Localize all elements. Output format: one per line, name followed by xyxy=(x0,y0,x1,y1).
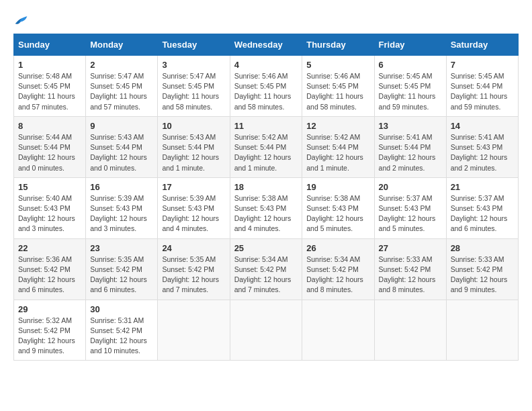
day-number: 17 xyxy=(162,182,225,192)
calendar-day-cell: 9 Sunrise: 5:43 AM Sunset: 5:44 PM Dayli… xyxy=(86,116,158,177)
calendar-day-cell: 7 Sunrise: 5:45 AM Sunset: 5:44 PM Dayli… xyxy=(446,56,518,117)
day-number: 28 xyxy=(451,243,514,253)
calendar-table: SundayMondayTuesdayWednesdayThursdayFrid… xyxy=(13,34,519,361)
calendar-day-cell: 15 Sunrise: 5:40 AM Sunset: 5:43 PM Dayl… xyxy=(14,177,86,238)
day-of-week-header: Monday xyxy=(86,34,158,56)
logo-bird-icon xyxy=(15,13,28,27)
calendar-week-row: 22 Sunrise: 5:36 AM Sunset: 5:42 PM Dayl… xyxy=(14,238,519,300)
calendar-day-cell: 3 Sunrise: 5:47 AM Sunset: 5:45 PM Dayli… xyxy=(158,56,230,117)
day-of-week-header: Sunday xyxy=(14,34,86,56)
day-info: Sunrise: 5:43 AM Sunset: 5:44 PM Dayligh… xyxy=(162,132,225,173)
day-info: Sunrise: 5:38 AM Sunset: 5:43 PM Dayligh… xyxy=(306,193,369,234)
day-number: 12 xyxy=(306,121,369,131)
calendar-day-cell: 28 Sunrise: 5:33 AM Sunset: 5:42 PM Dayl… xyxy=(446,238,518,300)
calendar-day-cell xyxy=(158,300,230,361)
day-info: Sunrise: 5:46 AM Sunset: 5:45 PM Dayligh… xyxy=(234,71,298,112)
calendar-week-row: 29 Sunrise: 5:32 AM Sunset: 5:42 PM Dayl… xyxy=(14,300,519,361)
calendar-day-cell: 30 Sunrise: 5:31 AM Sunset: 5:42 PM Dayl… xyxy=(86,300,158,361)
calendar-day-cell: 13 Sunrise: 5:41 AM Sunset: 5:44 PM Dayl… xyxy=(374,116,446,177)
day-info: Sunrise: 5:48 AM Sunset: 5:45 PM Dayligh… xyxy=(18,71,81,112)
day-info: Sunrise: 5:32 AM Sunset: 5:42 PM Dayligh… xyxy=(18,316,81,357)
calendar-day-cell: 21 Sunrise: 5:37 AM Sunset: 5:43 PM Dayl… xyxy=(446,177,518,238)
day-of-week-header: Saturday xyxy=(446,34,518,56)
calendar-week-row: 1 Sunrise: 5:48 AM Sunset: 5:45 PM Dayli… xyxy=(14,56,519,117)
day-number: 7 xyxy=(451,60,514,70)
day-of-week-header: Friday xyxy=(374,34,446,56)
day-number: 9 xyxy=(90,121,153,131)
calendar-day-cell: 1 Sunrise: 5:48 AM Sunset: 5:45 PM Dayli… xyxy=(14,56,86,117)
day-of-week-header: Tuesday xyxy=(158,34,230,56)
day-info: Sunrise: 5:37 AM Sunset: 5:43 PM Dayligh… xyxy=(451,193,514,234)
day-info: Sunrise: 5:46 AM Sunset: 5:45 PM Dayligh… xyxy=(306,71,369,112)
day-number: 1 xyxy=(18,60,81,70)
day-info: Sunrise: 5:40 AM Sunset: 5:43 PM Dayligh… xyxy=(18,193,81,234)
day-number: 10 xyxy=(162,121,225,131)
calendar-day-cell xyxy=(230,300,302,361)
day-info: Sunrise: 5:37 AM Sunset: 5:43 PM Dayligh… xyxy=(379,193,442,234)
day-number: 2 xyxy=(90,60,153,70)
day-number: 11 xyxy=(234,121,298,131)
day-number: 20 xyxy=(379,182,442,192)
calendar-day-cell xyxy=(446,300,518,361)
day-number: 27 xyxy=(379,243,442,253)
calendar-week-row: 15 Sunrise: 5:40 AM Sunset: 5:43 PM Dayl… xyxy=(14,177,519,238)
day-number: 3 xyxy=(162,60,225,70)
day-number: 18 xyxy=(234,182,298,192)
day-info: Sunrise: 5:34 AM Sunset: 5:42 PM Dayligh… xyxy=(306,255,369,295)
day-number: 25 xyxy=(234,243,298,253)
day-number: 6 xyxy=(379,60,442,70)
day-info: Sunrise: 5:47 AM Sunset: 5:45 PM Dayligh… xyxy=(90,71,153,112)
day-of-week-header: Wednesday xyxy=(230,34,302,56)
day-number: 4 xyxy=(234,60,298,70)
day-number: 13 xyxy=(379,121,442,131)
page-header xyxy=(13,13,519,27)
calendar-day-cell: 22 Sunrise: 5:36 AM Sunset: 5:42 PM Dayl… xyxy=(14,238,86,300)
calendar-day-cell: 29 Sunrise: 5:32 AM Sunset: 5:42 PM Dayl… xyxy=(14,300,86,361)
calendar-day-cell: 11 Sunrise: 5:42 AM Sunset: 5:44 PM Dayl… xyxy=(230,116,302,177)
calendar-week-row: 8 Sunrise: 5:44 AM Sunset: 5:44 PM Dayli… xyxy=(14,116,519,177)
day-number: 14 xyxy=(451,121,514,131)
day-number: 22 xyxy=(18,243,81,253)
day-info: Sunrise: 5:33 AM Sunset: 5:42 PM Dayligh… xyxy=(379,255,442,295)
day-info: Sunrise: 5:38 AM Sunset: 5:43 PM Dayligh… xyxy=(234,193,298,234)
day-info: Sunrise: 5:35 AM Sunset: 5:42 PM Dayligh… xyxy=(90,255,153,295)
calendar-day-cell: 26 Sunrise: 5:34 AM Sunset: 5:42 PM Dayl… xyxy=(302,238,374,300)
day-info: Sunrise: 5:35 AM Sunset: 5:42 PM Dayligh… xyxy=(162,255,225,295)
calendar-day-cell: 8 Sunrise: 5:44 AM Sunset: 5:44 PM Dayli… xyxy=(14,116,86,177)
day-number: 21 xyxy=(451,182,514,192)
day-number: 24 xyxy=(162,243,225,253)
day-info: Sunrise: 5:41 AM Sunset: 5:44 PM Dayligh… xyxy=(379,132,442,173)
day-number: 23 xyxy=(90,243,153,253)
calendar-day-cell: 12 Sunrise: 5:42 AM Sunset: 5:44 PM Dayl… xyxy=(302,116,374,177)
day-info: Sunrise: 5:34 AM Sunset: 5:42 PM Dayligh… xyxy=(234,255,298,295)
calendar-day-cell: 16 Sunrise: 5:39 AM Sunset: 5:43 PM Dayl… xyxy=(86,177,158,238)
day-info: Sunrise: 5:36 AM Sunset: 5:42 PM Dayligh… xyxy=(18,255,81,295)
day-number: 5 xyxy=(306,60,369,70)
calendar-day-cell xyxy=(302,300,374,361)
day-info: Sunrise: 5:45 AM Sunset: 5:44 PM Dayligh… xyxy=(451,71,514,112)
calendar-day-cell: 27 Sunrise: 5:33 AM Sunset: 5:42 PM Dayl… xyxy=(374,238,446,300)
calendar-day-cell: 24 Sunrise: 5:35 AM Sunset: 5:42 PM Dayl… xyxy=(158,238,230,300)
calendar-day-cell: 6 Sunrise: 5:45 AM Sunset: 5:45 PM Dayli… xyxy=(374,56,446,117)
calendar-day-cell: 18 Sunrise: 5:38 AM Sunset: 5:43 PM Dayl… xyxy=(230,177,302,238)
day-info: Sunrise: 5:39 AM Sunset: 5:43 PM Dayligh… xyxy=(162,193,225,234)
calendar-day-cell: 5 Sunrise: 5:46 AM Sunset: 5:45 PM Dayli… xyxy=(302,56,374,117)
calendar-day-cell: 4 Sunrise: 5:46 AM Sunset: 5:45 PM Dayli… xyxy=(230,56,302,117)
day-number: 29 xyxy=(18,304,81,314)
calendar-day-cell: 2 Sunrise: 5:47 AM Sunset: 5:45 PM Dayli… xyxy=(86,56,158,117)
day-number: 30 xyxy=(90,304,153,314)
day-info: Sunrise: 5:33 AM Sunset: 5:42 PM Dayligh… xyxy=(451,255,514,295)
day-of-week-header: Thursday xyxy=(302,34,374,56)
day-number: 19 xyxy=(306,182,369,192)
day-info: Sunrise: 5:31 AM Sunset: 5:42 PM Dayligh… xyxy=(90,316,153,357)
calendar-day-cell: 10 Sunrise: 5:43 AM Sunset: 5:44 PM Dayl… xyxy=(158,116,230,177)
day-number: 15 xyxy=(18,182,81,192)
day-info: Sunrise: 5:45 AM Sunset: 5:45 PM Dayligh… xyxy=(379,71,442,112)
day-number: 26 xyxy=(306,243,369,253)
day-info: Sunrise: 5:39 AM Sunset: 5:43 PM Dayligh… xyxy=(90,193,153,234)
logo xyxy=(13,13,28,27)
calendar-day-cell: 23 Sunrise: 5:35 AM Sunset: 5:42 PM Dayl… xyxy=(86,238,158,300)
calendar-day-cell: 20 Sunrise: 5:37 AM Sunset: 5:43 PM Dayl… xyxy=(374,177,446,238)
day-info: Sunrise: 5:42 AM Sunset: 5:44 PM Dayligh… xyxy=(306,132,369,173)
calendar-header-row: SundayMondayTuesdayWednesdayThursdayFrid… xyxy=(14,34,519,56)
